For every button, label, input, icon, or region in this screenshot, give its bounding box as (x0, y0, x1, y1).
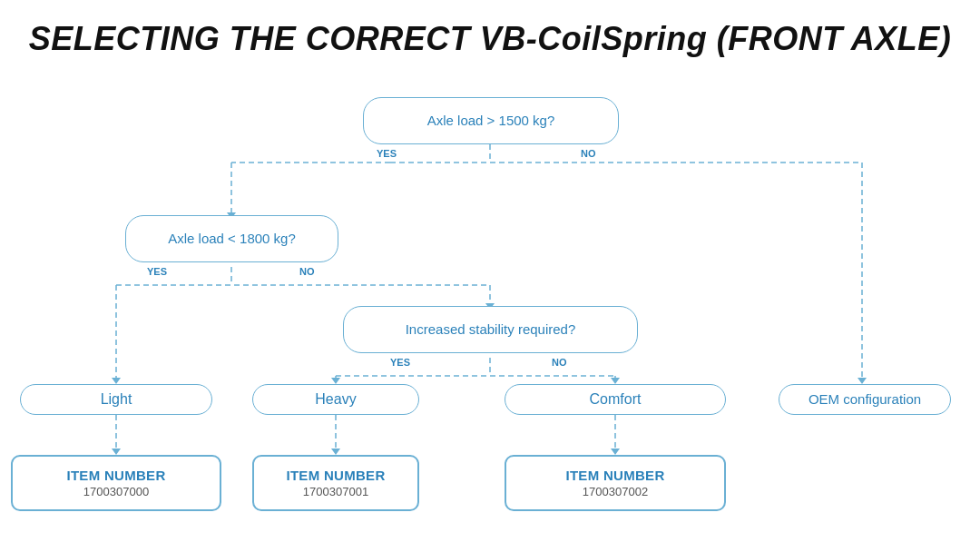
q2-yes-label: YES (147, 266, 167, 277)
svg-marker-24 (331, 448, 340, 455)
result-comfort: Comfort (505, 384, 726, 415)
page-title: SELECTING THE CORRECT VB-CoilSpring (FRO… (0, 0, 980, 67)
svg-marker-18 (331, 378, 340, 384)
page: SELECTING THE CORRECT VB-CoilSpring (FRO… (0, 0, 980, 552)
item-1700307000: ITEM NUMBER 1700307000 (11, 455, 221, 511)
q2-no-label: NO (299, 266, 315, 277)
result-light: Light (20, 384, 212, 415)
q1-yes-label: YES (377, 148, 397, 159)
result-heavy: Heavy (252, 384, 419, 415)
question-1: Axle load > 1500 kg? (363, 97, 619, 144)
question-2: Axle load < 1800 kg? (125, 215, 338, 262)
q1-no-label: NO (581, 148, 596, 159)
svg-marker-20 (611, 378, 620, 384)
q3-no-label: NO (552, 357, 567, 368)
svg-marker-7 (858, 378, 867, 384)
svg-marker-26 (611, 448, 620, 455)
item-1700307001: ITEM NUMBER 1700307001 (252, 455, 419, 511)
q3-yes-label: YES (390, 357, 410, 368)
result-oem: OEM configuration (779, 384, 951, 415)
diagram-area: Axle load > 1500 kg? YES NO Axle load < … (0, 72, 980, 517)
svg-marker-11 (112, 378, 121, 384)
svg-marker-22 (112, 448, 121, 455)
item-1700307002: ITEM NUMBER 1700307002 (505, 455, 726, 511)
question-3: Increased stability required? (343, 306, 638, 353)
